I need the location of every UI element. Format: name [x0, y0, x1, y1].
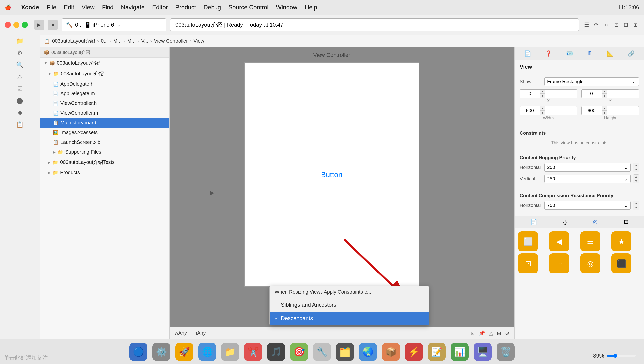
- zoom-slider[interactable]: [606, 354, 636, 358]
- issue-navigator-icon[interactable]: ⚠: [17, 73, 23, 80]
- history-button[interactable]: ⟳: [593, 20, 600, 30]
- dock-preview[interactable]: 🖥️: [474, 343, 492, 361]
- comp-step-up[interactable]: ▲: [633, 201, 639, 206]
- breadcrumb-item-2[interactable]: 0...: [101, 38, 108, 44]
- x-input-group[interactable]: ▲ ▼: [519, 89, 577, 98]
- tree-item-launchscreen[interactable]: 📋 LaunchScreen.xib: [40, 137, 169, 147]
- width-input-group[interactable]: ▲ ▼: [519, 106, 577, 115]
- file-navigator-icon[interactable]: 📁: [16, 38, 24, 44]
- tab-file-icon[interactable]: 📄: [530, 219, 537, 225]
- object-view-controller[interactable]: ⬜: [518, 231, 538, 251]
- dock-preferences[interactable]: ⚙️: [152, 343, 170, 361]
- scheme-selector[interactable]: 🔨 0... 📱 iPhone 6 ⌄: [62, 18, 166, 32]
- dock-xcode[interactable]: 🔧: [313, 343, 331, 361]
- assistant-toggle[interactable]: ⊟: [622, 20, 629, 30]
- minimize-button[interactable]: [14, 22, 20, 28]
- height-input-group[interactable]: ▲ ▼: [581, 106, 639, 115]
- tree-item-viewcontroller-m[interactable]: 📄 ViewController.m: [40, 108, 169, 118]
- breadcrumb-item-3[interactable]: M...: [113, 38, 122, 44]
- file-inspector-icon[interactable]: 📄: [524, 50, 531, 57]
- dock-notes[interactable]: 📝: [428, 343, 446, 361]
- canvas-pin-icon[interactable]: 📌: [479, 330, 485, 336]
- debug-navigator-icon[interactable]: ⬤: [17, 97, 23, 104]
- identity-inspector-icon[interactable]: 🪪: [566, 50, 573, 57]
- dock-finder2[interactable]: 📁: [221, 343, 239, 361]
- y-input[interactable]: [582, 90, 601, 98]
- canvas-align-icon[interactable]: ⊡: [471, 330, 475, 336]
- comp-step-down[interactable]: ▼: [633, 206, 639, 210]
- close-button[interactable]: [5, 22, 11, 28]
- dock-package[interactable]: 📦: [382, 343, 400, 361]
- menu-editor[interactable]: Editor: [152, 4, 168, 11]
- height-step-down[interactable]: ▼: [602, 111, 607, 115]
- dock-music[interactable]: 🎵: [267, 343, 285, 361]
- maximize-button[interactable]: [22, 22, 28, 28]
- comp-horizontal-dropdown[interactable]: 750 ⌄: [544, 201, 630, 210]
- tree-item-products[interactable]: ▶ 📁 Products: [40, 168, 169, 177]
- jump-button[interactable]: ↔: [602, 20, 610, 30]
- x-step-down[interactable]: ▼: [540, 94, 545, 98]
- dock-filezilla[interactable]: 🗂️: [336, 343, 354, 361]
- dock-trash[interactable]: 🗑️: [497, 343, 514, 361]
- project-root[interactable]: ▼ 📦 003autoLayout介绍: [40, 58, 169, 68]
- breadcrumb-item-view-controller[interactable]: View Controller: [154, 38, 188, 44]
- breakpoint-navigator-icon[interactable]: ◈: [18, 109, 22, 116]
- y-input-group[interactable]: ▲ ▼: [581, 89, 639, 98]
- height-stepper[interactable]: ▲ ▼: [601, 106, 607, 115]
- x-stepper[interactable]: ▲ ▼: [540, 90, 545, 98]
- object-nav-controller[interactable]: ◀: [549, 231, 569, 251]
- comp-stepper[interactable]: ▲ ▼: [633, 201, 639, 210]
- layout-toggle[interactable]: ⊡: [612, 20, 620, 30]
- object-table-view[interactable]: ☰: [580, 231, 600, 251]
- menu-find[interactable]: Find: [102, 4, 114, 11]
- menu-edit[interactable]: Edit: [64, 4, 74, 11]
- object-view[interactable]: ⊡: [518, 253, 538, 273]
- menu-source-control[interactable]: Source Control: [229, 4, 268, 11]
- test-navigator-icon[interactable]: ☑: [17, 85, 23, 92]
- report-navigator-icon[interactable]: 📋: [16, 121, 24, 128]
- attributes-inspector-icon[interactable]: 🎚: [587, 50, 593, 57]
- menu-debug[interactable]: Debug: [204, 4, 221, 11]
- dock-scissors[interactable]: ✂️: [244, 343, 262, 361]
- tree-item-tests[interactable]: ▶ 📁 003autoLayout介绍Tests: [40, 157, 169, 168]
- vert-step-down[interactable]: ▼: [633, 179, 639, 183]
- dock-instruments[interactable]: 🎯: [290, 343, 308, 361]
- version-toggle[interactable]: ⊞: [631, 20, 639, 30]
- iphone-canvas-frame[interactable]: Button View Controller: [244, 62, 419, 287]
- tree-item-appdelegate-h[interactable]: 📄 AppDelegate.h: [40, 79, 169, 89]
- menu-view[interactable]: View: [82, 4, 95, 11]
- breadcrumb-item-view[interactable]: View: [193, 38, 204, 44]
- tab-attributes-icon[interactable]: ◎: [593, 219, 598, 225]
- canvas-embed-icon[interactable]: ⊞: [497, 330, 501, 336]
- dock-safari[interactable]: 🌐: [198, 343, 216, 361]
- y-step-down[interactable]: ▼: [602, 94, 607, 98]
- vert-step-up[interactable]: ▲: [633, 174, 639, 179]
- width-step-down[interactable]: ▼: [540, 111, 545, 115]
- canvas-zoom-icon[interactable]: ⊙: [505, 330, 509, 336]
- object-image-view[interactable]: ◎: [580, 253, 600, 273]
- navigator-toggle[interactable]: ☰: [583, 20, 591, 30]
- width-input[interactable]: [520, 106, 540, 115]
- menu-window[interactable]: Window: [276, 4, 297, 11]
- tab-size-icon[interactable]: ⊡: [624, 219, 628, 225]
- canvas-resolve-icon[interactable]: △: [489, 330, 493, 336]
- horiz-step-down[interactable]: ▼: [633, 167, 639, 172]
- menu-file[interactable]: File: [47, 4, 56, 11]
- dock-launchpad[interactable]: 🚀: [175, 343, 193, 361]
- search-navigator-icon[interactable]: 🔍: [16, 61, 24, 68]
- dropdown-item-siblings[interactable]: Siblings and Ancestors: [270, 298, 429, 312]
- object-3d[interactable]: ⬛: [611, 253, 631, 273]
- breadcrumb-item-1[interactable]: 003autoLayout介绍: [52, 38, 95, 44]
- menu-xcode[interactable]: Xcode: [21, 4, 39, 11]
- dock-excel[interactable]: 📊: [451, 343, 469, 361]
- menu-navigate[interactable]: Navigate: [121, 4, 145, 11]
- show-dropdown[interactable]: Frame Rectangle ⌄: [544, 77, 639, 86]
- tab-code-icon[interactable]: {}: [563, 219, 567, 225]
- object-collection-view[interactable]: ★: [611, 231, 631, 251]
- horizontal-hugging-dropdown[interactable]: 250 ⌄: [544, 163, 630, 172]
- horiz-step-up[interactable]: ▲: [633, 163, 639, 167]
- stop-button[interactable]: ■: [48, 20, 58, 30]
- breadcrumb-item-5[interactable]: V...: [141, 38, 148, 44]
- tree-item-group[interactable]: ▼ 📁 003autoLayout介绍: [40, 68, 169, 79]
- x-input[interactable]: [520, 90, 540, 98]
